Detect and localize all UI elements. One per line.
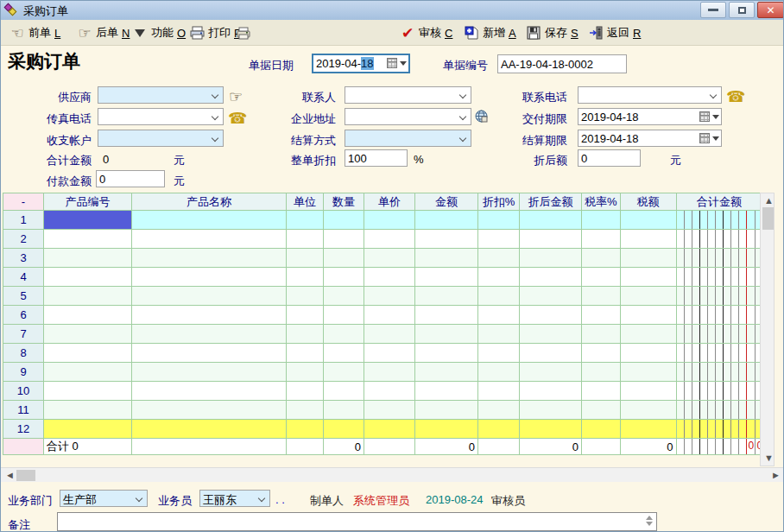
grid-cell[interactable] (364, 268, 415, 287)
grid-cell[interactable] (415, 287, 478, 306)
grid-cell[interactable] (620, 211, 676, 230)
horizontal-scrollbar[interactable]: ◄ ► (1, 467, 784, 482)
grid-cell[interactable] (364, 249, 415, 268)
grid-cell[interactable] (676, 325, 762, 344)
grid-cell[interactable] (520, 325, 582, 344)
grid-cell[interactable] (676, 382, 762, 401)
globe-icon[interactable] (475, 110, 488, 125)
grid-cell[interactable] (415, 249, 478, 268)
grid-cell[interactable] (132, 420, 287, 439)
grid-cell[interactable] (582, 287, 621, 306)
grid-cell[interactable] (676, 344, 762, 363)
grid-cell[interactable] (478, 325, 520, 344)
grid-cell[interactable] (364, 325, 415, 344)
grid-cell[interactable] (582, 363, 621, 382)
grid-cell[interactable] (520, 268, 582, 287)
doc-date-field[interactable]: 2019-04-18 (312, 54, 410, 73)
grid-cell[interactable] (132, 211, 287, 230)
grid-cell[interactable] (44, 306, 132, 325)
scroll-left-icon[interactable]: ◄ (5, 471, 15, 480)
grid-cell[interactable] (132, 230, 287, 249)
grid-cell[interactable] (132, 306, 287, 325)
grid-cell[interactable] (364, 401, 415, 420)
grid-cell[interactable] (478, 249, 520, 268)
grid-cell[interactable] (582, 401, 621, 420)
grid-cell[interactable] (132, 287, 287, 306)
department-combobox[interactable]: 生产部 (60, 490, 148, 507)
grid-cell[interactable] (287, 325, 324, 344)
grid-cell[interactable] (478, 287, 520, 306)
grid-cell[interactable] (132, 401, 287, 420)
grid-cell[interactable] (676, 287, 762, 306)
remark-input[interactable] (57, 512, 657, 531)
grid-cell[interactable] (287, 344, 324, 363)
grid-cell[interactable] (520, 420, 582, 439)
grid-cell[interactable] (364, 230, 415, 249)
grid-cell[interactable] (324, 344, 364, 363)
grid-cell[interactable] (676, 268, 762, 287)
discounted-amount-input[interactable] (578, 149, 641, 167)
grid-cell[interactable] (324, 420, 364, 439)
grid-cell[interactable] (478, 230, 520, 249)
ellipsis-button[interactable]: . . (275, 493, 285, 506)
grid-cell[interactable] (582, 325, 621, 344)
row-number[interactable]: 8 (3, 344, 44, 363)
grid-cell[interactable] (287, 249, 324, 268)
grid-cell[interactable] (324, 249, 364, 268)
row-number[interactable]: 10 (3, 382, 44, 401)
grid-cell[interactable] (287, 420, 324, 439)
grid-cell[interactable] (287, 382, 324, 401)
grid-cell[interactable] (415, 344, 478, 363)
grid-cell[interactable] (287, 211, 324, 230)
row-number[interactable]: 5 (3, 287, 44, 306)
grid-cell[interactable] (478, 268, 520, 287)
grid-cell[interactable] (44, 363, 132, 382)
doc-no-input[interactable] (497, 54, 627, 73)
grid-cell[interactable] (324, 306, 364, 325)
grid-cell[interactable] (620, 306, 676, 325)
grid-cell[interactable] (676, 230, 762, 249)
grid-cell[interactable] (364, 211, 415, 230)
grid-cell[interactable] (324, 287, 364, 306)
grid-cell[interactable] (132, 249, 287, 268)
grid-cell[interactable] (582, 211, 621, 230)
grid-cell[interactable] (676, 363, 762, 382)
grid-cell[interactable] (287, 363, 324, 382)
grid-cell[interactable] (582, 249, 621, 268)
row-number[interactable]: 9 (3, 363, 44, 382)
row-number[interactable]: 11 (3, 401, 44, 420)
grid-cell[interactable] (364, 382, 415, 401)
restore-button[interactable] (729, 2, 755, 18)
delivery-date-picker-button[interactable] (697, 111, 719, 123)
row-number[interactable]: 1 (3, 211, 44, 230)
grid-cell[interactable] (324, 268, 364, 287)
grid-cell[interactable] (478, 344, 520, 363)
grid-cell[interactable] (620, 249, 676, 268)
payment-amount-input[interactable] (96, 170, 165, 187)
grid-cell[interactable] (620, 230, 676, 249)
minimize-button[interactable] (700, 2, 726, 18)
row-number[interactable]: 7 (3, 325, 44, 344)
grid-cell[interactable] (364, 363, 415, 382)
grid-cell[interactable] (415, 211, 478, 230)
grid-cell[interactable] (364, 420, 415, 439)
grid-cell[interactable] (324, 325, 364, 344)
grid-cell[interactable] (520, 382, 582, 401)
horizontal-scroll-thumb[interactable] (16, 470, 35, 481)
grid-cell[interactable] (287, 401, 324, 420)
grid-cell[interactable] (44, 382, 132, 401)
row-number[interactable]: 12 (3, 420, 44, 439)
grid-cell[interactable] (478, 363, 520, 382)
printer-quick-button[interactable] (232, 22, 255, 43)
grid-cell[interactable] (478, 211, 520, 230)
grid-cell[interactable] (620, 401, 676, 420)
grid-cell[interactable] (520, 306, 582, 325)
grid-cell[interactable] (324, 401, 364, 420)
salesman-combobox[interactable]: 王丽东 (199, 490, 270, 507)
scroll-down-icon[interactable]: ▼ (764, 453, 774, 463)
grid-cell[interactable] (676, 249, 762, 268)
grid-cell[interactable] (582, 230, 621, 249)
grid-cell[interactable] (582, 420, 621, 439)
settle-deadline-field[interactable]: 2019-04-18 (578, 130, 722, 147)
prev-doc-button[interactable]: ☜ 前单L (6, 22, 64, 43)
